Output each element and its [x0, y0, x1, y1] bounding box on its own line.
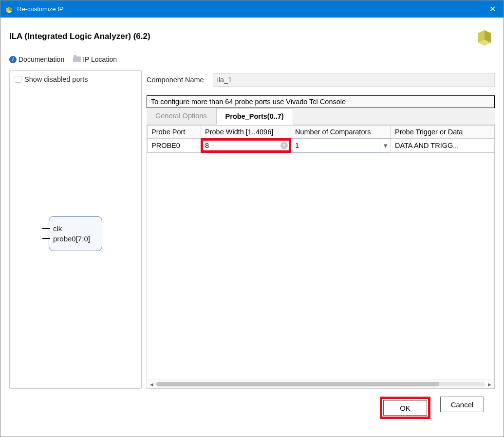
comparators-dropdown[interactable]: 1 ▾	[291, 139, 391, 152]
scroll-left-icon[interactable]: ◄	[149, 382, 154, 387]
config-panel: Component Name To configure more than 64…	[147, 70, 495, 389]
col-num-comparators: Number of Comparators	[291, 126, 391, 139]
titlebar: Re-customize IP ✕	[0, 0, 504, 18]
show-disabled-ports-checkbox[interactable]: Show disabled ports	[15, 75, 136, 83]
close-icon[interactable]: ✕	[482, 0, 504, 18]
probe-ports-grid: Probe Port Probe Width [1..4096] Number …	[147, 125, 494, 380]
tabs: General Options Probe_Ports(0..7)	[147, 108, 495, 125]
block-diagram-panel: Show disabled ports clk probe0[7:0]	[9, 70, 142, 389]
cell-probe-port: PROBE0	[148, 139, 201, 153]
component-name-row: Component Name	[147, 73, 495, 87]
port-probe0: probe0[7:0]	[59, 234, 92, 244]
cell-trigger-or-data[interactable]: DATA AND TRIGG...	[391, 139, 494, 153]
cancel-button[interactable]: Cancel	[440, 397, 484, 412]
ok-button[interactable]: OK	[383, 400, 427, 416]
component-name-label: Component Name	[147, 76, 204, 84]
folder-icon	[73, 56, 81, 62]
tab-probe-ports[interactable]: Probe_Ports(0..7)	[216, 108, 293, 125]
dialog-window: Re-customize IP ✕ ILA (Integrated Logic …	[0, 0, 504, 437]
cell-num-comparators[interactable]: 1 ▾	[291, 139, 391, 153]
ip-location-label: IP Location	[83, 55, 117, 63]
vendor-logo-icon	[474, 26, 495, 47]
ip-block[interactable]: clk probe0[7:0]	[49, 216, 102, 251]
col-probe-port: Probe Port	[148, 126, 201, 139]
checkbox-icon	[15, 76, 21, 83]
component-name-input[interactable]	[213, 73, 495, 87]
col-probe-trigger: Probe Trigger or Data	[391, 126, 494, 139]
probe-width-input[interactable]	[201, 139, 291, 152]
ip-location-link[interactable]: IP Location	[73, 55, 117, 63]
comparators-value: 1	[291, 142, 380, 149]
main-area: Show disabled ports clk probe0[7:0] Comp…	[9, 70, 495, 389]
dialog-footer: OK Cancel	[9, 389, 495, 428]
scroll-thumb[interactable]	[156, 382, 439, 386]
probe-notice: To configure more than 64 probe ports us…	[147, 95, 495, 108]
tab-general-options[interactable]: General Options	[147, 108, 216, 125]
cell-probe-width[interactable]: ✕	[201, 139, 291, 153]
app-logo-icon	[5, 5, 13, 13]
ip-title: ILA (Integrated Logic Analyzer) (6.2)	[9, 32, 150, 41]
port-clk: clk	[59, 223, 92, 234]
toolbar-links: i Documentation IP Location	[9, 55, 495, 63]
dialog-body: ILA (Integrated Logic Analyzer) (6.2) i …	[0, 18, 504, 437]
documentation-label: Documentation	[19, 55, 64, 63]
col-probe-width: Probe Width [1..4096]	[201, 126, 291, 139]
scroll-track[interactable]	[156, 382, 485, 386]
block-diagram: clk probe0[7:0]	[15, 83, 136, 383]
probe-ports-grid-wrap: Probe Port Probe Width [1..4096] Number …	[147, 125, 495, 389]
table-row: PROBE0 ✕	[148, 139, 494, 153]
scroll-right-icon[interactable]: ►	[487, 382, 492, 387]
probe-ports-table: Probe Port Probe Width [1..4096] Number …	[147, 125, 494, 153]
horizontal-scrollbar[interactable]: ◄ ►	[147, 380, 494, 388]
show-disabled-ports-label: Show disabled ports	[24, 75, 88, 83]
table-header-row: Probe Port Probe Width [1..4096] Number …	[148, 126, 494, 139]
clear-input-icon[interactable]: ✕	[280, 142, 288, 149]
documentation-link[interactable]: i Documentation	[9, 55, 64, 63]
info-icon: i	[9, 56, 17, 63]
chevron-down-icon: ▾	[380, 139, 391, 152]
header-row: ILA (Integrated Logic Analyzer) (6.2)	[9, 26, 495, 47]
window-title: Re-customize IP	[17, 5, 63, 13]
ok-highlight: OK	[380, 397, 430, 419]
